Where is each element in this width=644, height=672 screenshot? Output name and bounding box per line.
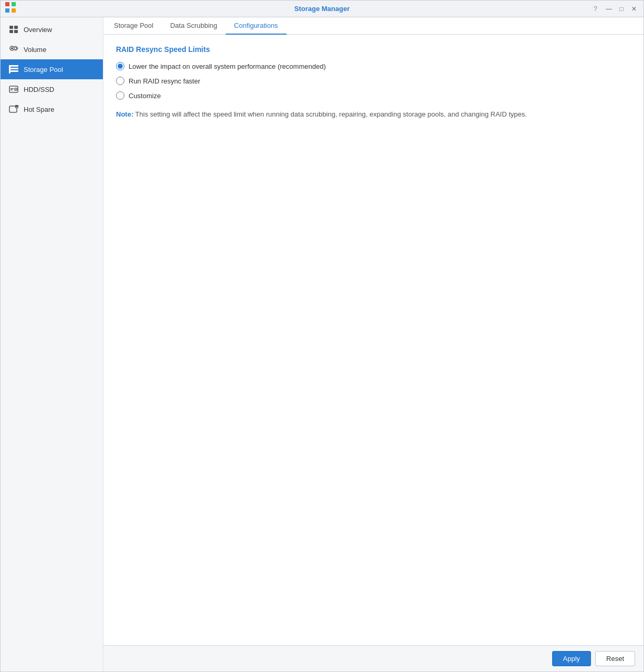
- tab-configurations[interactable]: Configurations: [226, 17, 287, 35]
- apply-button[interactable]: Apply: [552, 651, 592, 666]
- sidebar-item-overview[interactable]: Overview: [1, 19, 103, 39]
- sidebar-label-volume: Volume: [24, 46, 46, 54]
- svg-rect-0: [5, 2, 9, 6]
- storage-pool-icon: [9, 65, 18, 74]
- radio-input-lower-impact[interactable]: [116, 62, 124, 70]
- content-area: Storage Pool Data Scrubbing Configuratio…: [103, 17, 643, 671]
- radio-lower-impact[interactable]: Lower the impact on overall system perfo…: [116, 62, 631, 70]
- svg-point-16: [15, 89, 16, 90]
- tab-storage-pool[interactable]: Storage Pool: [105, 17, 162, 35]
- help-button[interactable]: ?: [589, 5, 601, 13]
- radio-run-faster[interactable]: Run RAID resync faster: [116, 77, 631, 85]
- tabs-bar: Storage Pool Data Scrubbing Configuratio…: [103, 17, 643, 35]
- sidebar-item-volume[interactable]: Volume: [1, 39, 103, 59]
- app-logo: [1, 2, 20, 16]
- restore-button[interactable]: □: [616, 4, 627, 14]
- note-body: This setting will affect the speed limit…: [133, 110, 527, 118]
- main-content: RAID Resync Speed Limits Lower the impac…: [103, 35, 643, 645]
- sidebar: Overview Volume: [1, 17, 103, 671]
- reset-button[interactable]: Reset: [595, 651, 635, 666]
- radio-customize[interactable]: Customize: [116, 91, 631, 100]
- svg-rect-17: [10, 88, 14, 89]
- overview-icon: [9, 25, 18, 34]
- note-text: Note: This setting will affect the speed…: [116, 109, 631, 120]
- svg-rect-14: [9, 86, 18, 92]
- hdd-icon: [9, 85, 18, 94]
- sidebar-label-storage-pool: Storage Pool: [24, 66, 63, 74]
- svg-rect-5: [14, 26, 18, 29]
- sidebar-label-overview: Overview: [24, 26, 52, 34]
- sidebar-item-hdd-ssd[interactable]: HDD/SSD: [1, 79, 103, 99]
- radio-input-customize[interactable]: [116, 91, 124, 100]
- sidebar-label-hdd-ssd: HDD/SSD: [24, 86, 55, 93]
- close-button[interactable]: ✕: [629, 4, 639, 14]
- svg-rect-2: [5, 8, 9, 13]
- volume-icon: [9, 45, 18, 54]
- svg-rect-1: [12, 2, 16, 6]
- sidebar-item-hot-spare[interactable]: + Hot Spare: [1, 99, 103, 119]
- section-title: RAID Resync Speed Limits: [116, 45, 631, 54]
- tab-data-scrubbing[interactable]: Data Scrubbing: [162, 17, 226, 35]
- minimize-button[interactable]: —: [604, 4, 614, 14]
- radio-input-run-faster[interactable]: [116, 77, 124, 85]
- svg-rect-18: [10, 90, 13, 91]
- window-controls: ? — □ ✕: [589, 4, 643, 14]
- radio-group: Lower the impact on overall system perfo…: [116, 62, 631, 100]
- note-keyword: Note:: [116, 110, 133, 118]
- sidebar-item-storage-pool[interactable]: Storage Pool: [1, 59, 103, 79]
- window-title: Storage Manager: [294, 5, 350, 13]
- radio-label-lower-impact: Lower the impact on overall system perfo…: [129, 62, 326, 70]
- title-bar: Storage Manager ? — □ ✕: [1, 1, 643, 17]
- radio-label-run-faster: Run RAID resync faster: [129, 77, 200, 85]
- svg-rect-3: [12, 8, 16, 13]
- svg-rect-13: [9, 65, 10, 74]
- radio-label-customize: Customize: [129, 92, 161, 100]
- svg-text:+: +: [16, 106, 18, 109]
- svg-rect-4: [9, 26, 13, 29]
- sidebar-label-hot-spare: Hot Spare: [24, 106, 55, 113]
- svg-point-9: [11, 47, 13, 49]
- svg-rect-7: [14, 30, 18, 33]
- svg-rect-6: [9, 30, 13, 33]
- footer: Apply Reset: [103, 645, 643, 671]
- hot-spare-icon: +: [9, 104, 18, 114]
